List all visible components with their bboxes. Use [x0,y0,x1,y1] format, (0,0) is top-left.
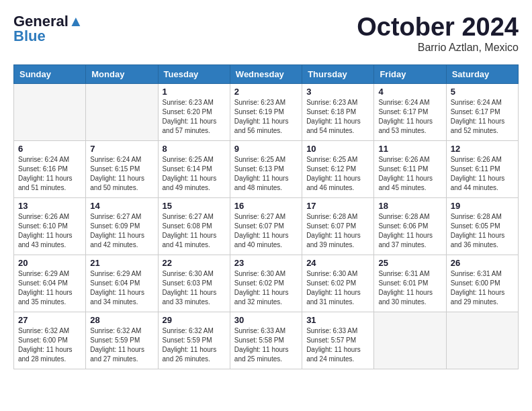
cell-info: Sunrise: 6:33 AM Sunset: 5:57 PM Dayligh… [306,326,369,364]
calendar-table: SundayMondayTuesdayWednesdayThursdayFrid… [13,64,519,369]
day-number: 29 [163,315,226,325]
cell-info: Sunrise: 6:23 AM Sunset: 6:18 PM Dayligh… [306,98,369,136]
day-number: 17 [306,201,369,211]
calendar-cell: 11Sunrise: 6:26 AM Sunset: 6:11 PM Dayli… [374,140,446,197]
calendar-cell: 21Sunrise: 6:29 AM Sunset: 6:04 PM Dayli… [86,255,158,312]
cell-info: Sunrise: 6:27 AM Sunset: 6:08 PM Dayligh… [163,212,226,250]
calendar-cell: 17Sunrise: 6:28 AM Sunset: 6:07 PM Dayli… [302,197,374,255]
day-number: 19 [451,201,514,211]
calendar-cell: 25Sunrise: 6:31 AM Sunset: 6:01 PM Dayli… [374,255,446,312]
calendar-cell: 29Sunrise: 6:32 AM Sunset: 5:59 PM Dayli… [158,312,230,369]
calendar-cell: 31Sunrise: 6:33 AM Sunset: 5:57 PM Dayli… [302,312,374,369]
day-number: 18 [378,201,441,211]
day-number: 21 [90,258,153,268]
calendar-cell: 10Sunrise: 6:25 AM Sunset: 6:12 PM Dayli… [302,140,374,197]
cell-info: Sunrise: 6:32 AM Sunset: 6:00 PM Dayligh… [18,326,81,364]
cell-info: Sunrise: 6:30 AM Sunset: 6:03 PM Dayligh… [163,269,226,307]
calendar-cell: 2Sunrise: 6:23 AM Sunset: 6:19 PM Daylig… [230,83,302,140]
day-number: 25 [378,258,441,268]
day-number: 1 [163,87,226,97]
calendar-cell [86,83,158,140]
calendar-header-saturday: Saturday [446,64,518,83]
calendar-cell [14,83,86,140]
calendar-cell: 7Sunrise: 6:24 AM Sunset: 6:15 PM Daylig… [86,140,158,197]
day-number: 23 [234,258,298,268]
cell-info: Sunrise: 6:24 AM Sunset: 6:16 PM Dayligh… [18,155,81,193]
cell-info: Sunrise: 6:25 AM Sunset: 6:12 PM Dayligh… [306,155,369,193]
calendar-cell: 14Sunrise: 6:27 AM Sunset: 6:09 PM Dayli… [86,197,158,255]
day-number: 11 [378,144,441,154]
calendar-cell: 23Sunrise: 6:30 AM Sunset: 6:02 PM Dayli… [230,255,302,312]
day-number: 4 [378,87,441,97]
cell-info: Sunrise: 6:32 AM Sunset: 5:59 PM Dayligh… [90,326,153,364]
day-number: 31 [306,315,369,325]
cell-info: Sunrise: 6:27 AM Sunset: 6:07 PM Dayligh… [234,212,298,250]
calendar-week-row: 20Sunrise: 6:29 AM Sunset: 6:04 PM Dayli… [14,255,519,312]
cell-info: Sunrise: 6:28 AM Sunset: 6:06 PM Dayligh… [378,212,441,250]
day-number: 13 [18,201,81,211]
cell-info: Sunrise: 6:32 AM Sunset: 5:59 PM Dayligh… [163,326,226,364]
day-number: 22 [163,258,226,268]
calendar-cell: 24Sunrise: 6:30 AM Sunset: 6:02 PM Dayli… [302,255,374,312]
day-number: 2 [234,87,298,97]
calendar-header-friday: Friday [374,64,446,83]
day-number: 5 [451,87,514,97]
calendar-week-row: 1Sunrise: 6:23 AM Sunset: 6:20 PM Daylig… [14,83,519,140]
cell-info: Sunrise: 6:33 AM Sunset: 5:58 PM Dayligh… [234,326,298,364]
cell-info: Sunrise: 6:26 AM Sunset: 6:11 PM Dayligh… [451,155,514,193]
cell-info: Sunrise: 6:30 AM Sunset: 6:02 PM Dayligh… [306,269,369,307]
calendar-cell: 12Sunrise: 6:26 AM Sunset: 6:11 PM Dayli… [446,140,518,197]
day-number: 24 [306,258,369,268]
logo-subtext: Blue [13,28,46,44]
calendar-cell [446,312,518,369]
calendar-cell: 30Sunrise: 6:33 AM Sunset: 5:58 PM Dayli… [230,312,302,369]
day-number: 28 [90,315,153,325]
cell-info: Sunrise: 6:25 AM Sunset: 6:13 PM Dayligh… [234,155,298,193]
day-number: 16 [234,201,298,211]
day-number: 10 [306,144,369,154]
cell-info: Sunrise: 6:27 AM Sunset: 6:09 PM Dayligh… [90,212,153,250]
cell-info: Sunrise: 6:25 AM Sunset: 6:14 PM Dayligh… [163,155,226,193]
location-subtitle: Barrio Aztlan, Mexico [357,42,519,54]
day-number: 27 [18,315,81,325]
calendar-week-row: 27Sunrise: 6:32 AM Sunset: 6:00 PM Dayli… [14,312,519,369]
calendar-cell: 6Sunrise: 6:24 AM Sunset: 6:16 PM Daylig… [14,140,86,197]
day-number: 8 [163,144,226,154]
calendar-cell: 8Sunrise: 6:25 AM Sunset: 6:14 PM Daylig… [158,140,230,197]
calendar-cell: 13Sunrise: 6:26 AM Sunset: 6:10 PM Dayli… [14,197,86,255]
day-number: 7 [90,144,153,154]
calendar-cell: 3Sunrise: 6:23 AM Sunset: 6:18 PM Daylig… [302,83,374,140]
cell-info: Sunrise: 6:31 AM Sunset: 6:00 PM Dayligh… [451,269,514,307]
logo: General▲ Blue [13,13,83,44]
calendar-cell: 19Sunrise: 6:28 AM Sunset: 6:05 PM Dayli… [446,197,518,255]
calendar-cell: 1Sunrise: 6:23 AM Sunset: 6:20 PM Daylig… [158,83,230,140]
day-number: 12 [451,144,514,154]
cell-info: Sunrise: 6:23 AM Sunset: 6:20 PM Dayligh… [163,98,226,136]
calendar-header-monday: Monday [86,64,158,83]
cell-info: Sunrise: 6:24 AM Sunset: 6:17 PM Dayligh… [451,98,514,136]
calendar-week-row: 6Sunrise: 6:24 AM Sunset: 6:16 PM Daylig… [14,140,519,197]
day-number: 6 [18,144,81,154]
calendar-header-row: SundayMondayTuesdayWednesdayThursdayFrid… [14,64,519,83]
calendar-cell: 27Sunrise: 6:32 AM Sunset: 6:00 PM Dayli… [14,312,86,369]
calendar-header-sunday: Sunday [14,64,86,83]
calendar-cell: 18Sunrise: 6:28 AM Sunset: 6:06 PM Dayli… [374,197,446,255]
calendar-cell: 16Sunrise: 6:27 AM Sunset: 6:07 PM Dayli… [230,197,302,255]
cell-info: Sunrise: 6:31 AM Sunset: 6:01 PM Dayligh… [378,269,441,307]
cell-info: Sunrise: 6:29 AM Sunset: 6:04 PM Dayligh… [18,269,81,307]
day-number: 15 [163,201,226,211]
calendar-cell [374,312,446,369]
calendar-cell: 5Sunrise: 6:24 AM Sunset: 6:17 PM Daylig… [446,83,518,140]
cell-info: Sunrise: 6:26 AM Sunset: 6:10 PM Dayligh… [18,212,81,250]
calendar-cell: 20Sunrise: 6:29 AM Sunset: 6:04 PM Dayli… [14,255,86,312]
title-block: October 2024 Barrio Aztlan, Mexico [357,13,519,54]
cell-info: Sunrise: 6:28 AM Sunset: 6:07 PM Dayligh… [306,212,369,250]
day-number: 20 [18,258,81,268]
calendar-cell: 15Sunrise: 6:27 AM Sunset: 6:08 PM Dayli… [158,197,230,255]
cell-info: Sunrise: 6:30 AM Sunset: 6:02 PM Dayligh… [234,269,298,307]
calendar-cell: 28Sunrise: 6:32 AM Sunset: 5:59 PM Dayli… [86,312,158,369]
day-number: 14 [90,201,153,211]
calendar-header-tuesday: Tuesday [158,64,230,83]
cell-info: Sunrise: 6:23 AM Sunset: 6:19 PM Dayligh… [234,98,298,136]
cell-info: Sunrise: 6:24 AM Sunset: 6:15 PM Dayligh… [90,155,153,193]
